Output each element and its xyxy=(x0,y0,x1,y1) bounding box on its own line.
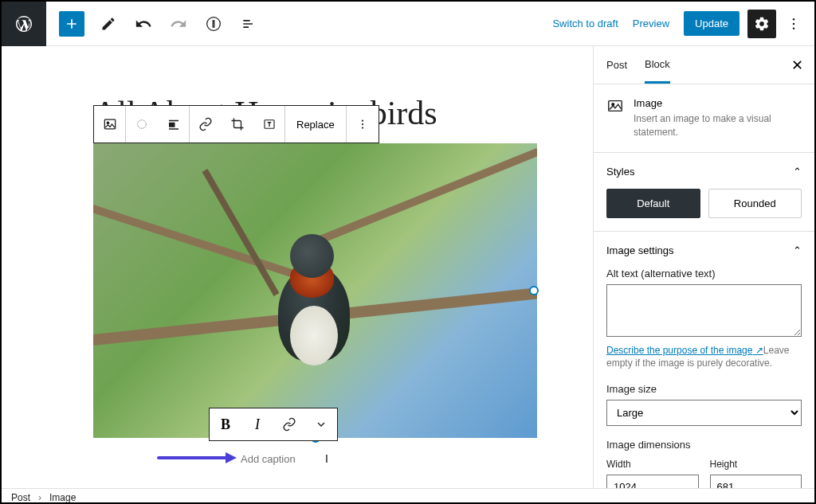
style-default-button[interactable]: Default xyxy=(606,189,700,218)
text-overlay-icon[interactable] xyxy=(253,106,285,143)
svg-point-1 xyxy=(793,22,795,25)
styles-heading: Styles xyxy=(606,166,634,178)
image-block[interactable] xyxy=(93,143,537,438)
style-rounded-button[interactable]: Rounded xyxy=(708,189,802,218)
preview-link[interactable]: Preview xyxy=(633,18,669,29)
alt-text-input[interactable] xyxy=(606,284,802,337)
height-label: Height xyxy=(710,459,802,470)
alt-text-label: Alt text (alternative text) xyxy=(606,268,802,279)
redo-icon[interactable] xyxy=(164,10,193,38)
block-toolbar: Replace xyxy=(93,105,379,143)
caption-format-toolbar: B I xyxy=(209,408,338,441)
settings-toggle-button[interactable] xyxy=(747,10,776,38)
tab-post[interactable]: Post xyxy=(606,48,627,82)
breadcrumb-root[interactable]: Post xyxy=(11,492,30,503)
svg-rect-6 xyxy=(169,120,178,122)
breadcrumb: Post › Image xyxy=(2,488,814,504)
dimensions-label: Image dimensions xyxy=(606,439,802,451)
more-format-icon[interactable] xyxy=(305,408,337,440)
caption-input[interactable] xyxy=(241,453,320,465)
image-content xyxy=(93,143,537,438)
block-more-icon[interactable] xyxy=(347,106,379,143)
styles-panel-toggle[interactable]: Styles ⌃ xyxy=(606,166,802,178)
image-settings-heading: Image settings xyxy=(606,244,674,256)
annotation-arrow xyxy=(157,452,237,463)
update-button[interactable]: Update xyxy=(684,11,740,36)
add-block-button[interactable] xyxy=(59,11,84,37)
svg-point-5 xyxy=(138,120,147,129)
text-cursor-icon: I xyxy=(325,452,328,465)
svg-point-11 xyxy=(362,123,363,125)
height-input[interactable] xyxy=(710,475,802,488)
resize-handle-right[interactable] xyxy=(529,286,539,295)
image-size-label: Image size xyxy=(606,383,802,395)
undo-icon[interactable] xyxy=(129,10,158,38)
breadcrumb-current[interactable]: Image xyxy=(49,492,76,503)
info-icon[interactable] xyxy=(199,10,228,38)
replace-button[interactable]: Replace xyxy=(285,106,347,143)
svg-point-4 xyxy=(107,122,109,124)
block-type-icon[interactable] xyxy=(94,106,126,143)
svg-rect-8 xyxy=(169,128,178,130)
svg-point-2 xyxy=(793,27,795,29)
chevron-up-icon: ⌃ xyxy=(793,244,802,256)
width-label: Width xyxy=(606,459,699,470)
alt-help-text: Describe the purpose of the image ↗Leave… xyxy=(606,344,802,371)
chevron-up-icon: ⌃ xyxy=(793,166,802,178)
svg-point-0 xyxy=(793,18,795,20)
top-toolbar: Switch to draft Preview Update xyxy=(2,2,814,46)
edit-tool-icon[interactable] xyxy=(94,10,123,38)
link-button[interactable] xyxy=(273,408,305,440)
width-input[interactable] xyxy=(606,475,699,488)
crop-icon[interactable] xyxy=(222,106,253,143)
svg-point-10 xyxy=(362,119,363,121)
close-sidebar-icon[interactable]: ✕ xyxy=(791,57,803,74)
settings-sidebar: Post Block ✕ Image Insert an image to ma… xyxy=(593,46,814,488)
image-size-select[interactable]: Large xyxy=(606,400,802,426)
image-block-icon xyxy=(606,97,624,117)
align-icon[interactable] xyxy=(158,106,190,143)
tab-block[interactable]: Block xyxy=(645,47,670,84)
switch-to-draft-link[interactable]: Switch to draft xyxy=(552,18,618,29)
svg-rect-7 xyxy=(169,123,175,127)
list-view-icon[interactable] xyxy=(234,10,263,38)
describe-purpose-link[interactable]: Describe the purpose of the image ↗ xyxy=(606,345,763,356)
block-name-label: Image xyxy=(634,97,802,109)
block-description: Insert an image to make a visual stateme… xyxy=(634,112,802,139)
editor-canvas[interactable]: All About Hummingbirds Replace xyxy=(2,46,593,488)
italic-button[interactable]: I xyxy=(241,408,273,440)
wordpress-logo[interactable] xyxy=(2,2,46,46)
link-icon[interactable] xyxy=(190,106,222,143)
drag-handle-icon[interactable] xyxy=(126,106,158,143)
image-settings-toggle[interactable]: Image settings ⌃ xyxy=(606,244,802,256)
more-menu-icon[interactable] xyxy=(779,10,808,38)
caption-field[interactable]: I xyxy=(241,452,328,465)
svg-rect-13 xyxy=(609,101,622,111)
chevron-right-icon: › xyxy=(38,492,41,503)
bold-button[interactable]: B xyxy=(210,408,241,440)
svg-point-12 xyxy=(362,127,363,128)
